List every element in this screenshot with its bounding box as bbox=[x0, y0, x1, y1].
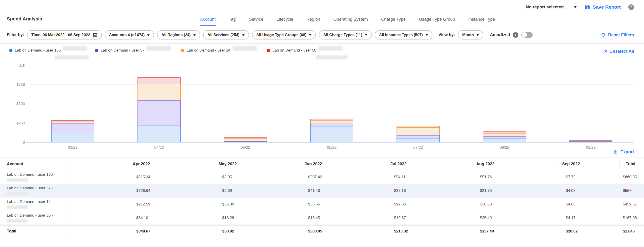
filter-dropdown-all-services-254[interactable]: All Services (254) bbox=[203, 30, 249, 39]
time-filter-pill[interactable]: Time: 06 Mar 2022 - 06 Sep 2022 bbox=[27, 30, 102, 39]
redacted-account-id bbox=[7, 206, 28, 209]
filter-pills: Accounts 4 (of 674)All Regions (24)All S… bbox=[105, 30, 432, 39]
legend-item-lab-on-demand-user-50[interactable]: Lab on Demand - user 50 bbox=[267, 48, 353, 53]
info-icon[interactable]: i bbox=[628, 4, 634, 10]
bar-04-22-segment-lab-on-demand-user-50[interactable] bbox=[138, 77, 181, 84]
bar-08-22 bbox=[483, 131, 526, 142]
account-name: Lab on Demand - user 136 - bbox=[7, 172, 68, 177]
bar-04-22-segment-lab-on-demand-user-14[interactable] bbox=[138, 84, 181, 100]
column-header-may-2022[interactable]: May 2022 bbox=[212, 160, 298, 168]
bar-08-22-segment-lab-on-demand-user-50[interactable] bbox=[483, 131, 526, 133]
chevron-down-icon bbox=[242, 34, 245, 36]
bar-04-22-segment-lab-on-demand-user-57[interactable] bbox=[138, 100, 181, 126]
tab-usage-type-group[interactable]: Usage Type Group bbox=[419, 17, 455, 26]
bar-06-22-segment-lab-on-demand-user-136[interactable] bbox=[310, 126, 353, 142]
chevron-down-icon bbox=[574, 6, 577, 8]
bar-03-22-segment-lab-on-demand-user-14[interactable] bbox=[51, 121, 94, 123]
redacted-account-id bbox=[7, 178, 28, 182]
amortized-info-icon[interactable]: i bbox=[513, 32, 518, 38]
filter-dropdown-label: All Usage Type Groups (68) bbox=[256, 33, 306, 37]
redacted-account-id bbox=[147, 46, 171, 51]
bar-07-22-segment-lab-on-demand-user-136[interactable] bbox=[396, 138, 440, 142]
cell-lab-on-demand-user-50-jul-2022: $19.67 bbox=[384, 211, 470, 225]
filter-dropdown-all-regions-24[interactable]: All Regions (24) bbox=[157, 30, 200, 39]
total-cell-apr-2022: $840.67 bbox=[126, 226, 212, 237]
tab-operating-system[interactable]: Operating System bbox=[333, 17, 368, 26]
reset-filters-label: Reset Filters bbox=[608, 32, 634, 37]
column-header-account[interactable]: Account bbox=[0, 162, 68, 166]
bar-07-22 bbox=[396, 126, 440, 142]
bar-08-22-segment-lab-on-demand-user-136[interactable] bbox=[483, 138, 526, 142]
title-bar: Spend Analysis AccountTagServiceLifecycl… bbox=[0, 11, 644, 26]
cell-lab-on-demand-user-57-sep-2022: $4.08 bbox=[556, 184, 619, 197]
tab-lifecycle[interactable]: Lifecycle bbox=[276, 17, 293, 26]
bar-05-22-segment-lab-on-demand-user-14[interactable] bbox=[224, 138, 267, 141]
account-name: Lab on Demand - user 57 - bbox=[7, 186, 68, 191]
table-row-lab-on-demand-user-50: Lab on Demand - user 50 -$84.10$18.28$15… bbox=[0, 211, 644, 225]
bar-08-22-segment-lab-on-demand-user-57[interactable] bbox=[483, 136, 526, 138]
column-header-jul-2022[interactable]: Jul 2022 bbox=[384, 160, 470, 168]
bar-07-22-segment-lab-on-demand-user-50[interactable] bbox=[396, 126, 440, 127]
column-header-aug-2022[interactable]: Aug 2022 bbox=[470, 160, 556, 168]
legend-item-lab-on-demand-user-14[interactable]: Lab on Demand - user 14 bbox=[181, 48, 267, 53]
filter-dropdown-all-charge-types-11[interactable]: All Charge Types (11) bbox=[319, 30, 372, 39]
x-axis-labels: 03/2204/2205/2206/2207/2208/2209/22 bbox=[30, 145, 634, 150]
cell-lab-on-demand-user-57-total: $557 bbox=[619, 184, 644, 197]
cell-lab-on-demand-user-57-may-2022: $2.39 bbox=[212, 184, 298, 197]
tab-account[interactable]: Account bbox=[200, 17, 216, 26]
total-cell-jul-2022: $210.32 bbox=[384, 226, 470, 237]
account-name-cell: Lab on Demand - user 50 - bbox=[0, 211, 68, 225]
bar-06-22-segment-lab-on-demand-user-14[interactable] bbox=[310, 120, 353, 123]
cell-lab-on-demand-user-57-jul-2022: $37.18 bbox=[384, 184, 470, 197]
bar-slot-09-22 bbox=[548, 65, 634, 142]
spend-table: AccountApr 2022May 2022Jun 2022Jul 2022A… bbox=[0, 158, 644, 237]
legend-item-lab-on-demand-user-136[interactable]: Lab on Demand - user 136 bbox=[9, 48, 95, 53]
bar-07-22-segment-lab-on-demand-user-57[interactable] bbox=[396, 135, 440, 138]
tab-charge-type[interactable]: Charge Type bbox=[381, 17, 406, 26]
report-selector-dropdown[interactable]: No report selected... bbox=[526, 4, 577, 9]
filter-dropdown-accounts-4-of-674[interactable]: Accounts 4 (of 674) bbox=[105, 30, 154, 39]
spend-chart: $1k$750$500$2500 03/2204/2205/2206/2207/… bbox=[30, 65, 634, 143]
view-by-value: Month bbox=[462, 33, 474, 37]
column-header-apr-2022[interactable]: Apr 2022 bbox=[126, 160, 212, 168]
bar-slot-07-22 bbox=[375, 65, 461, 142]
view-by-dropdown[interactable]: Month bbox=[458, 30, 483, 39]
bar-07-22-segment-lab-on-demand-user-14[interactable] bbox=[396, 127, 440, 135]
bar-slot-05-22 bbox=[202, 65, 288, 142]
bar-03-22-segment-lab-on-demand-user-136[interactable] bbox=[51, 133, 94, 142]
bar-06-22-segment-lab-on-demand-user-57[interactable] bbox=[310, 123, 353, 126]
tab-instance-type[interactable]: Instance Type bbox=[468, 17, 495, 26]
unselect-all-button[interactable]: ✕ Unselect All bbox=[604, 49, 634, 54]
bar-09-22 bbox=[569, 140, 612, 142]
reset-filters-button[interactable]: Reset Filters bbox=[600, 32, 634, 37]
time-filter-label: Time: 06 Mar 2022 - 06 Sep 2022 bbox=[31, 33, 90, 37]
tab-service[interactable]: Service bbox=[249, 17, 263, 26]
bar-06-22 bbox=[310, 119, 353, 142]
cell-lab-on-demand-user-136-aug-2022: $51.76 bbox=[470, 170, 556, 184]
chevron-down-icon bbox=[309, 34, 312, 36]
bar-08-22-segment-lab-on-demand-user-14[interactable] bbox=[483, 133, 526, 136]
total-cell-aug-2022: $137.49 bbox=[470, 226, 556, 237]
column-header-total[interactable]: Total bbox=[619, 160, 644, 168]
cell-lab-on-demand-user-14-total: $459.61 bbox=[619, 198, 644, 211]
bar-04-22-segment-lab-on-demand-user-136[interactable] bbox=[138, 126, 181, 142]
filter-dropdown-all-instance-types-507[interactable]: All Instance Types (507) bbox=[375, 30, 432, 39]
legend-dot-icon bbox=[9, 49, 12, 52]
column-header-sep-2022[interactable]: Sep 2022 bbox=[556, 160, 619, 168]
legend-dot-icon bbox=[181, 49, 184, 52]
table-spacer-cell bbox=[68, 226, 126, 237]
amortized-label: Amortized bbox=[490, 32, 510, 37]
bar-03-22-segment-lab-on-demand-user-57[interactable] bbox=[51, 123, 94, 133]
bar-slot-06-22 bbox=[288, 65, 375, 142]
save-report-button[interactable]: Save Report bbox=[584, 4, 620, 10]
filter-dropdown-all-usage-type-groups-68[interactable]: All Usage Type Groups (68) bbox=[252, 30, 316, 39]
tab-tag[interactable]: Tag bbox=[229, 17, 236, 26]
column-header-jun-2022[interactable]: Jun 2022 bbox=[298, 160, 384, 168]
export-button[interactable]: Export bbox=[613, 149, 634, 154]
amortized-toggle[interactable] bbox=[521, 32, 533, 38]
legend-item-lab-on-demand-user-57[interactable]: Lab on Demand - user 57 bbox=[95, 48, 181, 53]
export-label: Export bbox=[620, 149, 634, 154]
tab-region[interactable]: Region bbox=[306, 17, 320, 26]
total-row-label: Total bbox=[0, 226, 68, 237]
x-axis-label-04-22: 04/22 bbox=[116, 145, 202, 150]
